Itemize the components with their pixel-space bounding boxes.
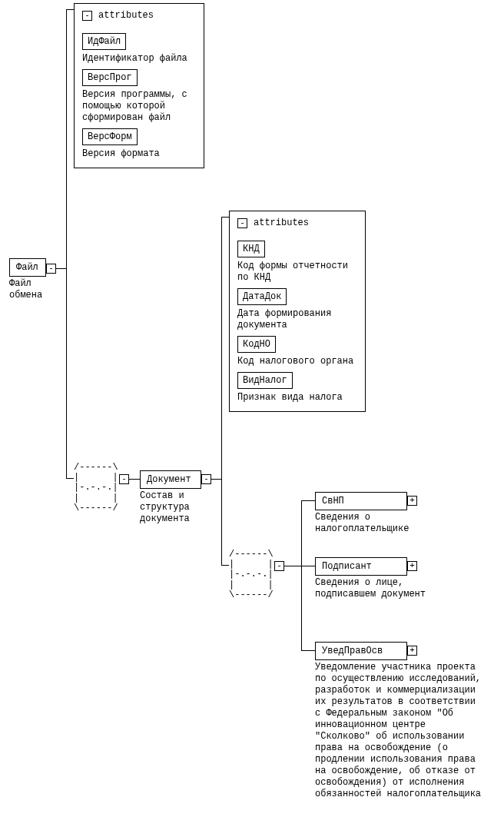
node-svnp-label: СвНП xyxy=(322,496,344,506)
attr-idfile: ИдФайл xyxy=(82,33,126,50)
toggle-document[interactable]: - xyxy=(201,474,211,484)
toggle-seq-1[interactable]: - xyxy=(119,474,129,484)
attr-versform-desc: Версия формата xyxy=(82,148,196,160)
connector xyxy=(301,650,315,651)
connector xyxy=(56,268,66,269)
connector xyxy=(284,566,301,566)
attributes-title: attributes xyxy=(254,218,309,228)
node-uvedpravosv-desc: Уведомление участника проекта по осущест… xyxy=(315,662,484,800)
connector xyxy=(66,478,74,479)
connector xyxy=(211,479,221,480)
toggle-file[interactable]: - xyxy=(46,264,56,274)
toggle-podpisant[interactable]: + xyxy=(407,561,417,571)
node-document: Документ xyxy=(140,470,201,489)
toggle-svnp[interactable]: + xyxy=(407,496,417,506)
connector xyxy=(301,500,302,650)
attr-idfile-desc: Идентификатор файла xyxy=(82,53,196,65)
attributes-panel-document: - attributes КНД Код формы отчетности по… xyxy=(229,211,366,412)
attributes-title: attributes xyxy=(98,10,154,21)
connector xyxy=(66,9,67,478)
attr-versform: ВерсФорм xyxy=(82,128,138,145)
sequence-indicator-1: /------\ | | |-.-.-.| | | \------/ xyxy=(74,463,118,513)
node-svnp-desc: Сведения о налогоплательщике xyxy=(315,512,430,535)
toggle-attributes-file[interactable]: - xyxy=(82,11,92,21)
attr-kodno: КодНО xyxy=(237,336,276,353)
attr-versprog-desc: Версия программы, с помощью которой сфор… xyxy=(82,89,196,124)
connector xyxy=(301,566,315,566)
toggle-seq-2[interactable]: - xyxy=(274,561,284,571)
attr-kodno-desc: Код налогового органа xyxy=(237,356,357,367)
connector xyxy=(129,479,140,480)
connector xyxy=(221,217,229,218)
attr-datadok-desc: Дата формирования документа xyxy=(237,308,357,331)
connector xyxy=(66,9,74,10)
connector xyxy=(221,565,229,566)
attr-knd-desc: Код формы отчетности по КНД xyxy=(237,261,357,284)
toggle-attributes-document[interactable]: - xyxy=(237,218,247,228)
toggle-uvedpravosv[interactable]: + xyxy=(407,646,417,656)
attr-knd: КНД xyxy=(237,241,265,257)
node-uvedpravosv-label: УведПравОсв xyxy=(322,646,383,656)
node-document-desc: Состав и структура документа xyxy=(140,490,209,525)
node-file-label: Файл xyxy=(16,262,38,273)
node-podpisant-desc: Сведения о лице, подписавшем документ xyxy=(315,577,430,600)
attr-versprog: ВерсПрог xyxy=(82,69,138,86)
node-svnp: СвНП xyxy=(315,492,407,510)
node-uvedpravosv: УведПравОсв xyxy=(315,642,407,660)
attr-vidnalog-desc: Признак вида налога xyxy=(237,392,357,404)
attr-datadok: ДатаДок xyxy=(237,288,287,305)
sequence-indicator-2: /------\ | | |-.-.-.| | | \------/ xyxy=(229,550,274,600)
node-document-label: Документ xyxy=(147,474,191,485)
node-file: Файл xyxy=(9,258,46,277)
node-file-desc: Файл обмена xyxy=(9,278,55,301)
node-podpisant-label: Подписант xyxy=(322,561,372,572)
attributes-panel-file: - attributes ИдФайл Идентификатор файла … xyxy=(74,3,204,168)
connector xyxy=(301,500,315,501)
attr-vidnalog: ВидНалог xyxy=(237,372,293,389)
connector xyxy=(221,217,222,565)
node-podpisant: Подписант xyxy=(315,557,407,576)
